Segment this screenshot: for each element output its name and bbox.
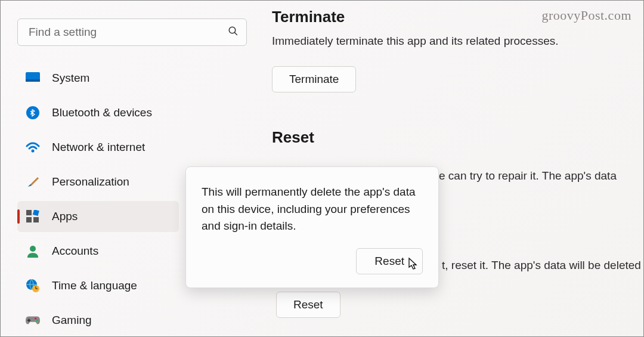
sidebar-item-bluetooth[interactable]: Bluetooth & devices [17, 97, 179, 128]
svg-rect-9 [33, 217, 39, 222]
popup-reset-button[interactable]: Reset [356, 248, 423, 274]
system-icon [26, 71, 40, 85]
sidebar-item-label: Network & internet [52, 141, 145, 154]
wifi-icon [26, 140, 40, 154]
svg-rect-6 [26, 210, 32, 215]
svg-point-16 [35, 318, 36, 320]
sidebar-item-network[interactable]: Network & internet [17, 132, 179, 163]
sidebar-item-gaming[interactable]: Gaming [17, 305, 179, 336]
svg-rect-8 [26, 217, 32, 222]
repair-description-partial: e can try to repair it. The app's data [439, 168, 626, 185]
reset-heading: Reset [272, 128, 626, 147]
svg-point-10 [30, 246, 36, 252]
svg-rect-3 [26, 79, 40, 82]
sidebar-item-system[interactable]: System [17, 63, 179, 94]
terminate-button[interactable]: Terminate [272, 66, 356, 92]
svg-rect-19 [27, 320, 31, 321]
sidebar-item-label: Accounts [52, 245, 98, 258]
sidebar-item-label: Time & language [52, 279, 137, 292]
sidebar-item-time[interactable]: Time & language [17, 270, 179, 301]
reset-confirm-popup: This will permanently delete the app's d… [185, 166, 439, 288]
popup-message: This will permanently delete the app's d… [202, 184, 423, 235]
sidebar-item-apps[interactable]: Apps [17, 201, 179, 232]
reset-description-partial: t, reset it. The app's data will be dele… [442, 257, 643, 274]
sidebar-item-label: System [52, 72, 89, 85]
svg-point-17 [36, 320, 38, 321]
sidebar-item-accounts[interactable]: Accounts [17, 236, 179, 267]
nav-list: System Bluetooth & devices Network & int… [17, 63, 179, 336]
apps-icon [26, 209, 40, 224]
sidebar-item-label: Gaming [52, 314, 92, 327]
terminate-description: Immediately terminate this app and its r… [272, 33, 626, 50]
svg-point-5 [32, 150, 35, 153]
sidebar-item-label: Personalization [52, 175, 129, 188]
sidebar-item-label: Bluetooth & devices [52, 106, 152, 119]
watermark-text: groovyPost.com [541, 8, 631, 23]
globe-clock-icon [26, 279, 40, 293]
sidebar-item-label: Apps [52, 210, 78, 223]
sidebar: System Bluetooth & devices Network & int… [1, 1, 182, 336]
svg-rect-7 [33, 210, 39, 216]
bluetooth-icon [26, 106, 40, 120]
person-icon [26, 244, 40, 258]
paintbrush-icon [26, 175, 40, 189]
sidebar-item-personalization[interactable]: Personalization [17, 166, 179, 197]
reset-button[interactable]: Reset [276, 292, 340, 318]
gamepad-icon [26, 313, 40, 327]
